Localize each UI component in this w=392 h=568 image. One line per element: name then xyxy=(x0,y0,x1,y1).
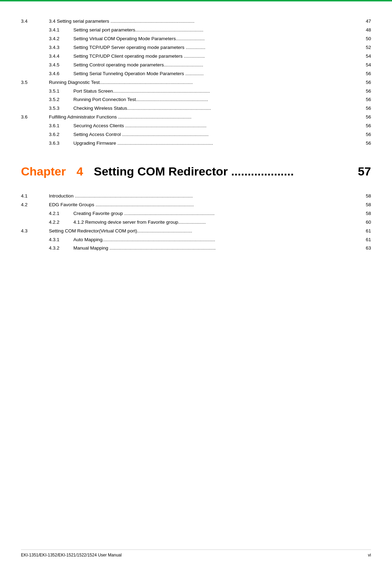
toc-section-4-3: 4.3 Setting COM Redirector(Virtual COM p… xyxy=(21,227,371,235)
toc-subsection-3-5-3: 3.5.3 Checking Wireless Status..........… xyxy=(21,105,371,113)
sub-page-4-2-2: 60 xyxy=(361,218,371,227)
toc-subsection-3-6-1: 3.6.1 Securing Access Clients ..........… xyxy=(21,122,371,130)
section-page-4-2: 58 xyxy=(361,201,371,209)
chapter-number: 4 xyxy=(66,161,94,182)
sub-number-3-4-4: 3.4.4 xyxy=(49,52,73,60)
chapter-title: Setting COM Redirector .................… xyxy=(94,161,358,182)
section-text-3-5: Running Diagnostic Test.................… xyxy=(49,79,361,87)
page-container: 3.4 3.4 Setting serial parameters ......… xyxy=(0,0,392,568)
sub-number-3-5-2: 3.5.2 xyxy=(49,96,73,104)
toc-subsection-3-4-1: 3.4.1 Setting serial port parameters....… xyxy=(21,26,371,34)
section-text-3-6: Fulfilling Administrator Functions .....… xyxy=(49,113,361,121)
toc-subsection-3-5-1: 3.5.1 Port Status Screen................… xyxy=(21,87,371,95)
section-number-4-2: 4.2 xyxy=(21,201,49,209)
sub-page-3-4-2: 50 xyxy=(361,35,371,43)
sub-text-3-4-6: Setting Serial Tunneling Operation Mode … xyxy=(73,70,361,78)
sub-text-3-6-1: Securing Access Clients ................… xyxy=(73,122,361,130)
toc-subsection-3-6-2: 3.6.2 Setting Access Control ...........… xyxy=(21,131,371,139)
toc-subsection-3-4-5: 3.4.5 Setting Control operating mode par… xyxy=(21,61,371,69)
section-text-4-1: Introduction ...........................… xyxy=(49,192,361,200)
toc-section-3-5: 3.5 Running Diagnostic Test.............… xyxy=(21,79,371,87)
sub-text-4-3-2: Manual Mapping .........................… xyxy=(73,244,361,252)
sub-page-3-6-2: 56 xyxy=(361,131,371,139)
toc-subsection-3-4-4: 3.4.4 Setting TCP/UDP Client operating m… xyxy=(21,52,371,60)
sub-number-3-5-3: 3.5.3 xyxy=(49,105,73,113)
sub-text-3-4-3: Setting TCP/UDP Server operating mode pa… xyxy=(73,44,361,52)
section-number-3-5: 3.5 xyxy=(21,79,49,87)
toc-content: 3.4 3.4 Setting serial parameters ......… xyxy=(21,17,371,252)
sub-number-3-4-1: 3.4.1 xyxy=(49,26,73,34)
sub-number-3-4-6: 3.4.6 xyxy=(49,70,73,78)
sub-text-3-4-1: Setting serial port parameters..........… xyxy=(73,26,361,34)
toc-subsection-3-5-2: 3.5.2 Running Port Connection Test......… xyxy=(21,96,371,104)
sub-page-3-5-1: 56 xyxy=(361,87,371,95)
toc-section-4-1: 4.1 Introduction .......................… xyxy=(21,192,371,200)
sub-number-4-2-1: 4.2.1 xyxy=(49,210,73,218)
section-page-3-5: 56 xyxy=(361,79,371,87)
section-page-4-1: 58 xyxy=(361,192,371,200)
sub-number-4-3-2: 4.3.2 xyxy=(49,244,73,252)
section-text-4-3: Setting COM Redirector(Virtual COM port)… xyxy=(49,227,361,235)
sub-page-4-3-1: 61 xyxy=(361,236,371,244)
sub-page-4-3-2: 63 xyxy=(361,244,371,252)
toc-subsection-4-3-2: 4.3.2 Manual Mapping ...................… xyxy=(21,244,371,252)
toc-subsection-4-3-1: 4.3.1 Auto Mapping......................… xyxy=(21,236,371,244)
sub-page-3-5-3: 56 xyxy=(361,105,371,113)
section-page-3-4: 47 xyxy=(361,17,371,26)
chapter-label: Chapter xyxy=(21,161,66,182)
section-number-4-1: 4.1 xyxy=(21,192,49,200)
toc-section-3-6: 3.6 Fulfilling Administrator Functions .… xyxy=(21,113,371,121)
toc-subsection-3-4-3: 3.4.3 Setting TCP/UDP Server operating m… xyxy=(21,44,371,52)
sub-text-4-2-1: Creating Favorite group ................… xyxy=(73,210,361,218)
sub-number-3-5-1: 3.5.1 xyxy=(49,87,73,95)
sub-text-4-2-2: 4.1.2 Removing device server from Favori… xyxy=(73,218,361,227)
sub-text-3-5-1: Port Status Screen......................… xyxy=(73,87,361,95)
section-number-4-3: 4.3 xyxy=(21,227,49,235)
section-number-3-4: 3.4 xyxy=(21,17,49,26)
sub-page-4-2-1: 58 xyxy=(361,210,371,218)
sub-page-3-4-5: 54 xyxy=(361,61,371,69)
footer: EKI-1351/EKI-1352/EKI-1521/1522/1524 Use… xyxy=(21,549,371,558)
toc-subsection-3-4-2: 3.4.2 Setting Virtual COM Operating Mode… xyxy=(21,35,371,43)
toc-subsection-4-2-2: 4.2.2 4.1.2 Removing device server from … xyxy=(21,218,371,227)
toc-subsection-4-2-1: 4.2.1 Creating Favorite group ..........… xyxy=(21,210,371,218)
toc-subsection-3-4-6: 3.4.6 Setting Serial Tunneling Operation… xyxy=(21,70,371,78)
section-text-3-4: 3.4 Setting serial parameters ..........… xyxy=(49,17,361,26)
footer-model-text: EKI-1351/EKI-1352/EKI-1521/1522/1524 Use… xyxy=(21,553,122,558)
sub-text-3-4-2: Setting Virtual COM Operating Mode Param… xyxy=(73,35,361,43)
sub-page-3-4-1: 48 xyxy=(361,26,371,34)
chapter-page: 57 xyxy=(358,161,371,182)
sub-text-4-3-1: Auto Mapping............................… xyxy=(73,236,361,244)
sub-text-3-6-3: Upgrading Firmware .....................… xyxy=(73,139,361,148)
toc-section-3-4: 3.4 3.4 Setting serial parameters ......… xyxy=(21,17,371,26)
top-border xyxy=(0,0,392,1)
sub-number-3-6-2: 3.6.2 xyxy=(49,131,73,139)
sub-page-3-6-3: 56 xyxy=(361,139,371,148)
sub-number-3-6-3: 3.6.3 xyxy=(49,139,73,148)
sub-page-3-4-3: 52 xyxy=(361,44,371,52)
sub-text-3-4-5: Setting Control operating mode parameter… xyxy=(73,61,361,69)
sub-page-3-4-6: 56 xyxy=(361,70,371,78)
toc-subsection-3-6-3: 3.6.3 Upgrading Firmware ...............… xyxy=(21,139,371,148)
sub-text-3-6-2: Setting Access Control .................… xyxy=(73,131,361,139)
sub-text-3-5-3: Checking Wireless Status................… xyxy=(73,105,361,113)
section-page-3-6: 56 xyxy=(361,113,371,121)
section-page-4-3: 61 xyxy=(361,227,371,235)
sub-text-3-4-4: Setting TCP/UDP Client operating mode pa… xyxy=(73,52,361,60)
sub-text-3-5-2: Running Port Connection Test............… xyxy=(73,96,361,104)
sub-page-3-6-1: 56 xyxy=(361,122,371,130)
sub-number-4-3-1: 4.3.1 xyxy=(49,236,73,244)
toc-section-4-2: 4.2 EDG Favorite Groups ................… xyxy=(21,201,371,209)
sub-page-3-4-4: 54 xyxy=(361,52,371,60)
section-number-3-6: 3.6 xyxy=(21,113,49,121)
sub-number-3-4-2: 3.4.2 xyxy=(49,35,73,43)
sub-number-3-6-1: 3.6.1 xyxy=(49,122,73,130)
chapter-4-heading: Chapter 4 Setting COM Redirector .......… xyxy=(21,161,371,182)
footer-page-number: vi xyxy=(368,553,371,558)
sub-number-4-2-2: 4.2.2 xyxy=(49,218,73,227)
sub-number-3-4-3: 3.4.3 xyxy=(49,44,73,52)
section-text-4-2: EDG Favorite Groups ....................… xyxy=(49,201,361,209)
sub-page-3-5-2: 56 xyxy=(361,96,371,104)
sub-number-3-4-5: 3.4.5 xyxy=(49,61,73,69)
